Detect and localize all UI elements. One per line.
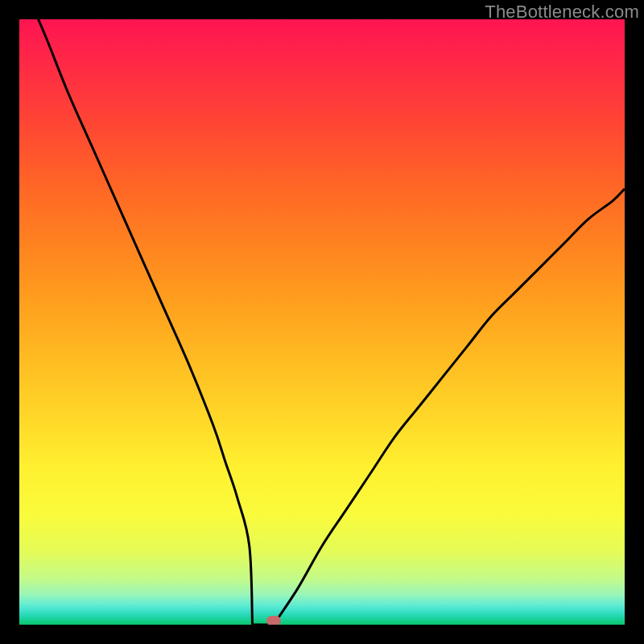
plot-area [19,19,625,625]
chart-frame: TheBottleneck.com [0,0,644,644]
bottleneck-curve [19,19,625,625]
optimal-marker [266,616,281,625]
watermark-text: TheBottleneck.com [485,2,639,23]
